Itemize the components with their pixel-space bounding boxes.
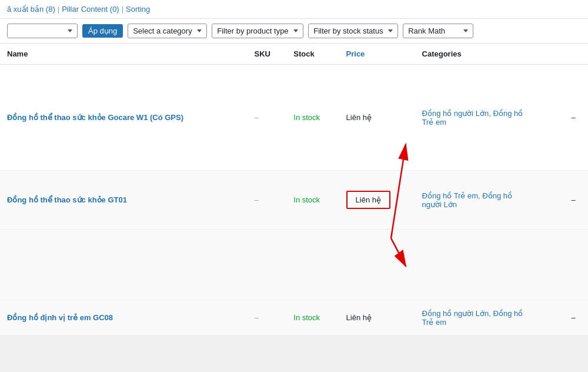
stock-cell-3: In stock bbox=[286, 300, 339, 336]
product-name-cell: Đồng hồ thể thao sức khỏe GT01 bbox=[0, 171, 248, 230]
extra-cell-3: – bbox=[564, 300, 588, 336]
extra-cell-2: – bbox=[564, 171, 588, 230]
product-type-select[interactable]: Filter by product type bbox=[212, 24, 303, 38]
price-cell-3: Liên hệ bbox=[339, 300, 415, 336]
table-row: Đồng hồ định vị trẻ em GC08 – In stock L… bbox=[0, 300, 588, 336]
table-row: Đồng hồ thể thao sức khỏe GT01 – In stoc… bbox=[0, 171, 588, 230]
tab-links: ã xuất bản (8) | Pillar Content (0) | So… bbox=[7, 5, 150, 14]
category-select[interactable]: Select a category bbox=[128, 24, 207, 38]
col-price[interactable]: Price bbox=[339, 44, 415, 65]
top-bar: ã xuất bản (8) | Pillar Content (0) | So… bbox=[0, 0, 588, 19]
stock-status-select[interactable]: Filter by stock status bbox=[308, 24, 398, 38]
product-name-cell: Đồng hồ định vị trẻ em GC08 bbox=[0, 300, 248, 336]
stock-cell-1: In stock bbox=[286, 65, 339, 171]
sku-cell-2: – bbox=[248, 171, 287, 230]
table-row: Đồng hồ thể thao sức khỏe Gocare W1 (Có … bbox=[0, 65, 588, 171]
tab-xuat-ban[interactable]: ã xuất bản (8) bbox=[7, 5, 55, 14]
product-name-link-3[interactable]: Đồng hồ định vị trẻ em GC08 bbox=[7, 313, 113, 322]
price-highlighted-box: Liên hệ bbox=[346, 191, 390, 209]
product-name-link-2[interactable]: Đồng hồ thể thao sức khỏe GT01 bbox=[7, 195, 127, 204]
spacer-cell bbox=[0, 230, 588, 300]
categories-cell-2: Đồng hồ Trẻ em, Đồng hồngười Lớn bbox=[415, 171, 564, 230]
first-dropdown[interactable] bbox=[7, 24, 78, 38]
stock-cell-2: In stock bbox=[286, 171, 339, 230]
col-name: Name bbox=[0, 44, 248, 65]
filter-bar: Áp dụng Select a category Filter by prod… bbox=[0, 19, 588, 44]
tab-pillar-content[interactable]: Pillar Content (0) bbox=[62, 5, 119, 14]
stock-status-3: In stock bbox=[293, 313, 320, 322]
products-table: Name SKU Stock Price Categories Đồng hồ … bbox=[0, 44, 588, 336]
rank-math-select[interactable]: Rank Math bbox=[403, 24, 473, 38]
categories-cell-1: Đồng hồ người Lớn, Đồng hồTrẻ em bbox=[415, 65, 564, 171]
sku-cell-1: – bbox=[248, 65, 287, 171]
stock-status-1: In stock bbox=[293, 113, 320, 122]
separator-1: | bbox=[58, 5, 59, 14]
product-name-cell: Đồng hồ thể thao sức khỏe Gocare W1 (Có … bbox=[0, 65, 248, 171]
product-name-link-1[interactable]: Đồng hồ thể thao sức khỏe Gocare W1 (Có … bbox=[7, 113, 183, 122]
col-stock: Stock bbox=[286, 44, 339, 65]
apply-button[interactable]: Áp dụng bbox=[82, 24, 123, 38]
col-sku: SKU bbox=[248, 44, 287, 65]
spacer-row bbox=[0, 230, 588, 300]
table-wrapper: Name SKU Stock Price Categories Đồng hồ … bbox=[0, 44, 588, 336]
sku-cell-3: – bbox=[248, 300, 287, 336]
tab-sorting[interactable]: Sorting bbox=[126, 5, 150, 14]
price-cell-2: Liên hệ bbox=[339, 171, 415, 230]
col-categories: Categories bbox=[415, 44, 564, 65]
stock-status-2: In stock bbox=[293, 195, 320, 204]
extra-cell-1: – bbox=[564, 65, 588, 171]
table-header-row: Name SKU Stock Price Categories bbox=[0, 44, 588, 65]
separator-2: | bbox=[122, 5, 123, 14]
categories-cell-3: Đồng hồ người Lớn, Đồng hồTrẻ em bbox=[415, 300, 564, 336]
col-extra bbox=[564, 44, 588, 65]
price-cell-1: Liên hệ bbox=[339, 65, 415, 171]
